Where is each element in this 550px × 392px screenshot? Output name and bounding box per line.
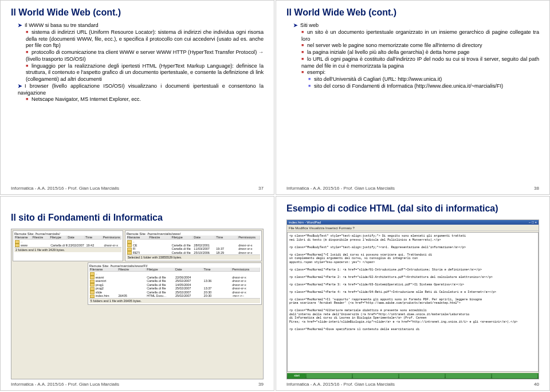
bullet-text: sito del corso di Fondamenti di Informat…	[314, 83, 503, 89]
bullet-text: sistema di indirizzi URL (Uniform Resour…	[26, 29, 264, 49]
code-line: Piras; <a href="slide-interi/slideBiolog…	[289, 320, 536, 324]
slide-number: 39	[258, 382, 264, 387]
bullet-square-icon: ■	[308, 84, 314, 89]
bullet-square-icon: ■	[308, 77, 314, 82]
window-titlebar: index.htm - WordPad − □ ×	[287, 220, 539, 225]
slide-number: 37	[258, 186, 264, 191]
slide-40: Esempio di codice HTML (dal sito di info…	[276, 196, 550, 391]
ftp-columns: FilenameFilesizeFiletypeDateTimePermissi…	[14, 236, 121, 240]
task-item	[399, 374, 445, 378]
task-item	[492, 374, 537, 378]
task-item	[446, 374, 491, 378]
bullet-square-icon: ■	[301, 50, 307, 55]
slide-37: Il World Wide Web (cont.) ➤Il WWW si bas…	[0, 0, 274, 195]
slide-title: Il World Wide Web (cont.)	[11, 7, 264, 18]
wordpad-screenshot: index.htm - WordPad − □ × File Modifica …	[286, 219, 539, 379]
bullet-arrow-icon: ➤	[18, 22, 25, 29]
bullet-text: protocollo di comunicazione tra client W…	[26, 49, 264, 62]
footer-text: Informatica - A.A. 2015/16 - Prof. Gian …	[11, 382, 119, 387]
start-button-icon: start	[288, 374, 305, 378]
footer-text: Informatica - A.A. 2015/16 - Prof. Gian …	[286, 186, 395, 191]
slide-number: 40	[534, 382, 539, 387]
slide-title: Il sito di Fondamenti di Informatica	[11, 213, 264, 223]
code-line: <p class="MsoNormal">Dove specificare il…	[289, 328, 536, 332]
slide-footer: Informatica - A.A. 2015/16 - Prof. Gian …	[11, 186, 264, 191]
bullet-text: Siti web	[300, 22, 319, 28]
bullet-text: I browser (livello applicazione ISO/OSI)…	[18, 83, 264, 96]
status-bar: 2 folders and 1 file with 2429 bytes.	[14, 247, 121, 252]
slide-body: ➤Il WWW si basa su tre standard ■sistema…	[11, 22, 264, 183]
table-row: wwwCartella di file23/02/200719:42drwxr-…	[14, 244, 121, 248]
task-item	[353, 374, 398, 378]
slide-footer: Informatica - A.A. 2015/16 - Prof. Gian …	[286, 382, 539, 387]
bullet-text: un sito è un documento ipertestuale orga…	[301, 29, 539, 42]
table-row: index.htm26405HTML Docu...25/02/200720:3…	[89, 294, 260, 298]
task-item	[307, 374, 352, 378]
bullet-square-icon: ■	[301, 43, 307, 48]
bullet-text: linguaggio per la realizzazione degli ip…	[26, 63, 264, 83]
bullet-text: sito dell'Università di Cagliari (URL: h…	[314, 76, 442, 82]
bullet-text: esempi:	[307, 69, 325, 75]
window-controls-icon: − □ ×	[529, 221, 537, 224]
ftp-screenshot: Remote Site: /home/marcialis/ FilenameFi…	[11, 229, 264, 379]
ftp-right-rows: ..esamiCartella di file22/06/2004drwxr-x…	[89, 272, 260, 298]
bullet-text: lo URL di ogni pagina è costituito dall'…	[301, 56, 539, 69]
slide-number: 38	[534, 186, 539, 191]
footer-text: Informatica - A.A. 2015/16 - Prof. Gian …	[286, 382, 395, 387]
bullet-arrow-icon: ➤	[18, 83, 25, 90]
bullet-text: la pagina iniziale (al livello più alto …	[307, 49, 469, 55]
slide-38: Il World Wide Web (cont.) ➤Siti web ■un …	[276, 0, 550, 195]
bullet-square-icon: ■	[301, 57, 307, 62]
slide-footer: Informatica - A.A. 2015/16 - Prof. Gian …	[286, 186, 539, 191]
footer-text: Informatica - A.A. 2015/16 - Prof. Gian …	[11, 186, 119, 191]
bullet-text: Netscape Navigator, MS Internet Explorer…	[32, 96, 141, 102]
windows-taskbar: start	[287, 373, 539, 379]
bullet-arrow-icon: ➤	[293, 22, 300, 29]
slide-title: Il World Wide Web (cont.)	[286, 7, 539, 18]
slide-39: Il sito di Fondamenti di Informatica Rem…	[0, 196, 274, 391]
slide-grid: Il World Wide Web (cont.) ➤Il WWW si bas…	[0, 0, 550, 392]
status-bar: Selected 1 folder with 23855529 bytes.	[127, 254, 260, 260]
bullet-square-icon: ■	[26, 64, 32, 69]
code-area: <p class="MsoBodyText" style="text-align…	[287, 232, 539, 372]
bullet-square-icon: ■	[26, 97, 32, 102]
status-bar: 5 folders and 1 file with 26405 bytes.	[89, 298, 260, 303]
menu-bar: File Modifica Visualizza Inserisci Forma…	[287, 226, 539, 231]
bullet-text: Il WWW si basa su tre standard	[25, 22, 99, 28]
ftp-mid-rows: ..CECartella di file28/02/2001drwxr-xr-x…	[127, 240, 260, 254]
slide-body: ➤Siti web ■un sito è un documento iperte…	[286, 22, 539, 183]
slide-footer: Informatica - A.A. 2015/16 - Prof. Gian …	[11, 382, 264, 387]
bullet-square-icon: ■	[26, 50, 32, 55]
bullet-text: nel server web le pagine sono memorizzat…	[307, 42, 482, 48]
bullet-square-icon: ■	[301, 30, 307, 35]
window-title: index.htm - WordPad	[289, 221, 321, 224]
slide-title: Esempio di codice HTML (dal sito di info…	[286, 203, 539, 214]
bullet-square-icon: ■	[301, 70, 307, 75]
bullet-square-icon: ■	[26, 30, 32, 35]
table-row: RETICartella di file25/10/200618:29drwxr…	[127, 251, 260, 255]
ftp-left-rows: ..wwwCartella di file23/02/200719:42drwx…	[14, 240, 121, 247]
